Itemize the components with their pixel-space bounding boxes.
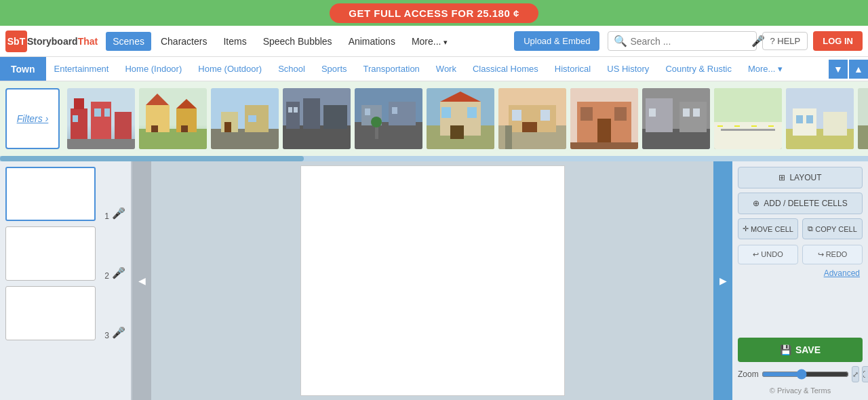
nav-scenes[interactable]: Scenes	[106, 32, 151, 51]
story-cell-num-1: 1	[98, 212, 109, 221]
svg-rect-60	[683, 108, 690, 117]
scene-thumb-5[interactable]	[355, 88, 422, 149]
main-nav: SbT Storyboard That Scenes Characters It…	[0, 26, 868, 57]
category-home-indoor[interactable]: Home (Indoor)	[117, 57, 190, 81]
layout-button[interactable]: ⊞ LAYOUT	[738, 167, 863, 188]
privacy-text: © Privacy & Terms	[738, 386, 863, 395]
story-mic-2[interactable]: 🎤	[112, 266, 125, 279]
save-button[interactable]: 💾 SAVE	[738, 338, 863, 362]
category-us-history[interactable]: US History	[599, 57, 657, 81]
scene-thumb-12[interactable]	[858, 88, 868, 149]
upload-embed-button[interactable]: Upload & Embed	[514, 31, 599, 51]
move-cell-button[interactable]: ✛ MOVE CELL	[738, 218, 798, 239]
logo[interactable]: SbT Storyboard That	[5, 31, 98, 52]
scene-thumb-4[interactable]	[283, 88, 351, 149]
category-country-rustic[interactable]: Country & Rustic	[657, 57, 740, 81]
category-historical[interactable]: Historical	[547, 57, 599, 81]
scene-thumb-6[interactable]	[427, 88, 494, 149]
promo-button[interactable]: GET FULL ACCESS FOR 25.180 ¢	[330, 3, 538, 23]
story-cell-num-2: 2	[98, 271, 109, 281]
scene-thumb-9[interactable]	[642, 88, 710, 149]
nav-animations[interactable]: Animations	[342, 32, 402, 51]
category-classical-homes[interactable]: Classical Homes	[465, 57, 547, 81]
story-mic-1[interactable]: 🎤	[112, 207, 125, 220]
svg-rect-13	[151, 125, 158, 132]
scene-thumb-2[interactable]	[139, 88, 207, 149]
nav-speech-bubbles[interactable]: Speech Bubbles	[256, 32, 339, 51]
copy-cell-button[interactable]: ⧉ COPY CELL	[802, 218, 863, 239]
svg-rect-6	[94, 108, 101, 117]
workspace: 1 🎤 2 🎤 3 🎤 ◀ ▶ ⊞ LAYOUT ⊕ ADD / DELETE …	[0, 161, 868, 400]
canvas-left-arrow[interactable]: ◀	[132, 161, 151, 400]
scene-thumb-8[interactable]	[570, 88, 638, 149]
scene-thumb-10[interactable]	[714, 88, 782, 149]
svg-point-35	[371, 117, 382, 127]
svg-rect-40	[441, 107, 451, 118]
filters-button[interactable]: Filters ›	[5, 88, 60, 149]
svg-rect-22	[283, 125, 351, 149]
scene-thumb-11[interactable]	[786, 88, 854, 149]
story-cell-box-1[interactable]	[5, 167, 96, 221]
category-entertainment[interactable]: Entertainment	[46, 57, 117, 81]
svg-rect-48	[540, 110, 550, 121]
category-transportation[interactable]: Transportation	[355, 57, 428, 81]
promo-bar: GET FULL ACCESS FOR 25.180 ¢	[0, 0, 868, 26]
svg-rect-4	[67, 139, 135, 149]
category-more[interactable]: More...	[740, 57, 791, 81]
add-delete-cells-button[interactable]: ⊕ ADD / DELETE CELLS	[738, 193, 863, 214]
search-input[interactable]	[630, 36, 749, 47]
svg-rect-63	[714, 88, 782, 122]
zoom-fullscreen-icon[interactable]: ⛶	[862, 366, 868, 382]
scene-thumb-1[interactable]	[67, 88, 135, 149]
svg-rect-66	[734, 125, 740, 127]
scene-thumb-3[interactable]	[211, 88, 279, 149]
nav-characters[interactable]: Characters	[154, 32, 214, 51]
town-category-badge[interactable]: Town	[0, 57, 46, 81]
story-cell-box-3[interactable]	[5, 286, 96, 340]
zoom-fit-icon[interactable]: ⤢	[852, 366, 859, 382]
scroll-indicator	[0, 156, 304, 161]
storyboard-panel: 1 🎤 2 🎤 3 🎤	[0, 161, 132, 400]
layout-label: LAYOUT	[789, 173, 821, 182]
zoom-slider[interactable]	[762, 369, 849, 380]
story-cell-3: 3 🎤	[5, 286, 125, 340]
login-button[interactable]: LOG IN	[813, 31, 863, 51]
copy-cell-icon: ⧉	[808, 224, 813, 233]
story-mic-3[interactable]: 🎤	[112, 326, 125, 339]
nav-arrows: ▼ ▲	[829, 60, 868, 79]
category-home-outdoor[interactable]: Home (Outdoor)	[190, 57, 270, 81]
story-cell-box-2[interactable]	[5, 226, 96, 281]
advanced-link[interactable]: Advanced	[738, 268, 863, 278]
svg-rect-3	[115, 112, 132, 139]
nav-more[interactable]: More...	[405, 32, 454, 51]
category-work[interactable]: Work	[428, 57, 465, 81]
svg-rect-20	[248, 115, 256, 122]
svg-rect-39	[450, 125, 464, 139]
nav-items[interactable]: Items	[216, 32, 253, 51]
svg-rect-29	[355, 122, 422, 149]
svg-rect-14	[181, 125, 188, 132]
svg-rect-65	[717, 125, 723, 127]
category-sports[interactable]: Sports	[313, 57, 355, 81]
svg-rect-0	[71, 108, 87, 139]
help-button[interactable]: ? HELP	[762, 32, 808, 50]
svg-marker-11	[146, 94, 169, 105]
svg-rect-33	[392, 107, 397, 114]
canvas-right-arrow[interactable]: ▶	[713, 161, 732, 400]
main-canvas[interactable]	[151, 161, 713, 400]
story-cell-2: 2 🎤	[5, 226, 125, 281]
filters-label: Filters ›	[17, 113, 49, 124]
scene-thumb-7[interactable]	[498, 88, 566, 149]
nav-arrow-down[interactable]: ▼	[829, 60, 848, 79]
svg-rect-26	[288, 107, 292, 113]
search-icon: 🔍	[614, 35, 627, 47]
category-school[interactable]: School	[270, 57, 313, 81]
logo-text-that: That	[78, 36, 98, 47]
svg-rect-61	[693, 108, 700, 117]
undo-button[interactable]: ↩ UNDO	[738, 245, 798, 264]
nav-arrow-up[interactable]: ▲	[849, 60, 868, 79]
redo-button[interactable]: ↪ REDO	[802, 245, 863, 264]
svg-rect-52	[597, 119, 611, 142]
layout-icon: ⊞	[778, 173, 785, 182]
svg-rect-23	[286, 102, 300, 129]
